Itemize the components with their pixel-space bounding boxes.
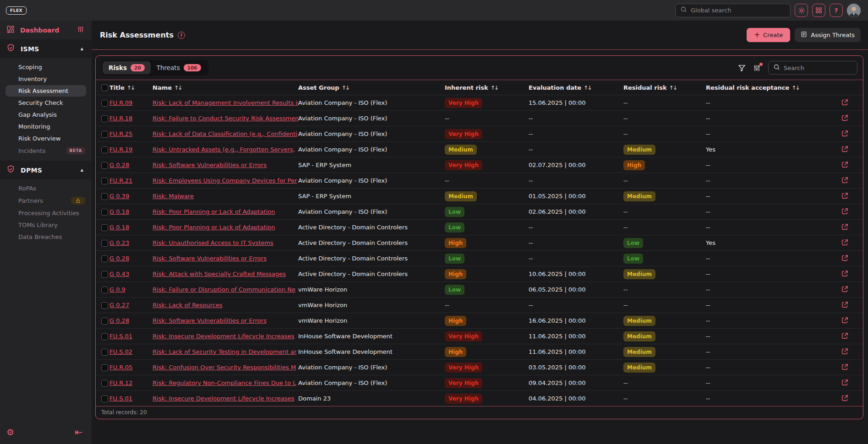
open-external-icon[interactable] [841,207,849,215]
name-link[interactable]: Risk: Software Vulnerabilities or Errors [153,255,267,262]
row-checkbox[interactable] [101,395,108,402]
name-link[interactable]: Risk: Employees Using Company Devices fo… [153,177,297,184]
select-all-checkbox[interactable] [101,84,108,91]
name-link[interactable]: Risk: Malware [153,193,194,200]
sidebar-item-data-breaches[interactable]: Data Breaches [0,231,92,243]
row-checkbox[interactable] [101,364,108,371]
title-link[interactable]: FU.S.01 [109,395,132,402]
open-external-icon[interactable] [841,254,849,262]
name-link[interactable]: Risk: Lack of Management Involvement Res… [153,99,298,106]
tab-risks[interactable]: Risks20 [103,61,151,74]
open-external-icon[interactable] [841,332,849,340]
name-link[interactable]: Risk: Regulatory Non-Compliance Fines Du… [153,379,296,386]
open-external-icon[interactable] [841,285,849,293]
sidebar-item-incidents[interactable]: IncidentsBETA [0,145,92,157]
customize-dashboard-icon[interactable] [77,26,84,35]
open-external-icon[interactable] [841,223,849,231]
open-external-icon[interactable] [841,270,849,277]
row-checkbox[interactable] [101,333,108,340]
assign-threats-button[interactable]: Assign Threats [795,28,861,42]
column-header-inherent-risk[interactable]: Inherent risk↑↓ [445,80,529,95]
table-search-input[interactable] [784,65,852,71]
title-link[interactable]: G 0.28 [109,317,129,324]
sidebar-item-security-check[interactable]: Security Check [0,97,92,108]
title-link[interactable]: FU.R.25 [109,130,132,137]
name-link[interactable]: Risk: Untracked Assets (e.g., Forgotten … [153,146,295,153]
help-icon[interactable]: ? [830,4,843,17]
row-checkbox[interactable] [101,287,108,293]
title-link[interactable]: FU.R.05 [109,364,132,371]
column-header-title[interactable]: Title↑↓ [109,80,153,95]
open-external-icon[interactable] [841,394,849,402]
sidebar-item-ropas[interactable]: RoPAs [0,183,92,194]
title-link[interactable]: FU.R.19 [109,146,132,153]
title-link[interactable]: FU.R.12 [109,379,132,386]
title-link[interactable]: FU.S.02 [109,348,132,355]
title-link[interactable]: G 0.39 [109,193,129,200]
row-checkbox[interactable] [101,100,108,107]
open-external-icon[interactable] [841,192,849,200]
title-link[interactable]: FU.R.18 [109,115,132,122]
app-grid-icon[interactable] [812,4,825,17]
column-header-name[interactable]: Name↑↓ [153,80,298,95]
open-external-icon[interactable] [841,114,849,122]
sidebar-group-dpms[interactable]: DPMS▲ [0,161,92,179]
sidebar-item-partners[interactable]: Partners [0,195,92,207]
row-checkbox[interactable] [101,146,108,153]
row-checkbox[interactable] [101,224,108,231]
open-external-icon[interactable] [841,130,849,137]
title-link[interactable]: FU.R.21 [109,177,132,184]
name-link[interactable]: Risk: Insecure Development Lifecycle Inc… [153,395,294,402]
open-external-icon[interactable] [841,379,849,386]
open-external-icon[interactable] [841,301,849,309]
row-checkbox[interactable] [101,240,108,247]
sidebar-item-processing-activities[interactable]: Processing Activities [0,207,92,219]
open-external-icon[interactable] [841,176,849,184]
title-link[interactable]: G 0.9 [109,286,126,293]
name-link[interactable]: Risk: Poor Planning or Lack of Adaptatio… [153,224,275,231]
name-link[interactable]: Risk: Failure or Disruption of Communica… [153,286,295,293]
row-checkbox[interactable] [101,162,108,169]
title-link[interactable]: G 0.23 [109,239,129,246]
sidebar-item-inventory[interactable]: Inventory [0,73,92,85]
name-link[interactable]: Risk: Insecure Development Lifecycle Inc… [153,333,294,340]
column-header-residual-risk-acceptance[interactable]: Residual risk acceptance↑↓ [706,80,841,95]
global-search[interactable] [675,4,791,17]
sidebar-item-risk-overview[interactable]: Risk Overview [0,133,92,144]
row-checkbox[interactable] [101,318,108,325]
column-header-residual-risk[interactable]: Residual risk↑↓ [623,80,706,95]
title-link[interactable]: G 0.43 [109,271,129,277]
sidebar-item-risk-assessment[interactable]: Risk Assessment [5,85,86,97]
open-external-icon[interactable] [841,363,849,371]
row-checkbox[interactable] [101,131,108,138]
info-icon[interactable]: i [178,32,185,39]
name-link[interactable]: Risk: Lack of Resources [153,302,223,309]
column-settings-icon[interactable] [753,64,761,72]
row-checkbox[interactable] [101,178,108,184]
name-link[interactable]: Risk: Confusion Over Security Responsibi… [153,364,296,371]
settings-gear-icon[interactable]: ⚙ [6,428,14,437]
row-checkbox[interactable] [101,271,108,278]
name-link[interactable]: Risk: Failure to Conduct Security Risk A… [153,115,298,122]
sidebar-group-isms[interactable]: ISMS▲ [0,39,92,58]
name-link[interactable]: Risk: Attack with Specially Crafted Mess… [153,271,286,277]
row-checkbox[interactable] [101,380,108,387]
global-search-input[interactable] [691,7,786,14]
open-external-icon[interactable] [841,98,849,106]
sidebar-item-dashboard[interactable]: Dashboard [0,21,92,39]
open-external-icon[interactable] [841,161,849,168]
name-link[interactable]: Risk: Poor Planning or Lack of Adaptatio… [153,208,275,215]
name-link[interactable]: Risk: Software Vulnerabilities or Errors [153,317,267,324]
row-checkbox[interactable] [101,209,108,216]
sidebar-item-monitoring[interactable]: Monitoring [0,121,92,132]
open-external-icon[interactable] [841,347,849,355]
name-link[interactable]: Risk: Lack of Security Testing in Develo… [153,348,296,355]
open-external-icon[interactable] [841,316,849,324]
title-link[interactable]: FU.S.01 [109,333,132,340]
title-link[interactable]: G 0.18 [109,224,129,231]
sidebar-item-toms-library[interactable]: TOMs Library [0,219,92,231]
name-link[interactable]: Risk: Software Vulnerabilities or Errors [153,162,267,168]
title-link[interactable]: G 0.28 [109,255,129,262]
sidebar-item-scoping[interactable]: Scoping [0,61,92,73]
open-external-icon[interactable] [841,238,849,246]
